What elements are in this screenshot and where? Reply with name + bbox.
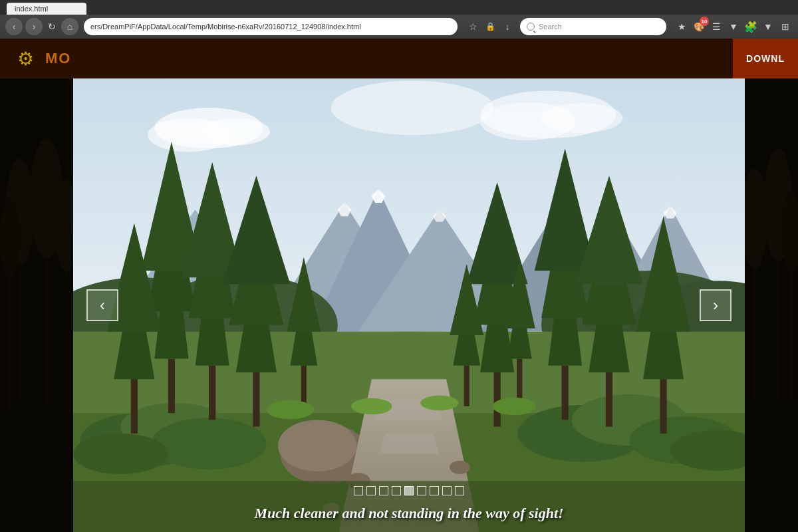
right-toolbar-icons: ★ 🎨 10 ☰ ▼ 🧩 ▼ ⊞: [674, 19, 793, 34]
dot-9[interactable]: [455, 486, 464, 495]
star-icon[interactable]: ★: [674, 19, 689, 34]
extensions-icon[interactable]: 🎨 10: [692, 19, 706, 34]
search-icon: [527, 23, 535, 31]
browser-chrome: index.html ‹ › ↻ ⌂ ers/DreamPiF/AppData/…: [0, 0, 798, 39]
slider-prev-button[interactable]: ‹: [86, 289, 118, 321]
svg-rect-59: [168, 359, 175, 414]
svg-rect-94: [517, 359, 522, 400]
svg-rect-8: [8, 279, 11, 412]
side-panel-right: [738, 78, 798, 532]
slider-main: ‹ › Muc: [73, 78, 745, 532]
search-placeholder: Search: [539, 23, 562, 31]
grid-icon[interactable]: ⊞: [778, 19, 793, 34]
svg-point-23: [541, 103, 622, 133]
svg-rect-4: [45, 259, 49, 406]
dot-2[interactable]: [366, 486, 376, 495]
svg-point-96: [450, 461, 470, 474]
svg-point-98: [351, 398, 392, 414]
slider-dots: [354, 486, 464, 495]
slider-next-button[interactable]: ›: [700, 289, 732, 321]
app-logo-text: MO: [45, 50, 71, 67]
dot-6[interactable]: [417, 486, 426, 495]
address-text: ers/DreamPiF/AppData/Local/Temp/Mobirise…: [90, 23, 361, 31]
svg-rect-14: [753, 269, 757, 402]
dot-7[interactable]: [430, 486, 439, 495]
bookmark-star-icon[interactable]: ☆: [466, 19, 480, 34]
prev-icon: ‹: [100, 296, 105, 315]
tab-label: index.html: [15, 5, 48, 13]
browser-tabs: index.html: [0, 0, 798, 15]
svg-point-44: [278, 420, 356, 471]
browser-tab[interactable]: index.html: [7, 3, 86, 15]
refresh-button[interactable]: ↻: [45, 21, 59, 32]
svg-point-24: [331, 80, 494, 135]
app-container: ⚙ MO DOWNL: [0, 39, 798, 532]
dot-1[interactable]: [354, 486, 363, 495]
slider-wrapper: ‹ › Muc: [0, 78, 798, 532]
svg-rect-78: [606, 372, 612, 427]
svg-rect-10: [738, 78, 798, 532]
svg-rect-85: [494, 372, 501, 427]
side-panel-left: [0, 78, 80, 532]
svg-rect-88: [301, 366, 307, 406]
svg-rect-2: [18, 265, 22, 399]
next-icon: ›: [713, 296, 718, 315]
browser-toolbar: ‹ › ↻ ⌂ ers/DreamPiF/AppData/Local/Temp/…: [0, 15, 798, 39]
svg-rect-63: [209, 366, 215, 420]
badge-count: 10: [700, 17, 709, 26]
caption-text: Much cleaner and not standing in the way…: [254, 505, 563, 521]
svg-rect-12: [776, 262, 780, 402]
menu-icon[interactable]: ☰: [709, 19, 724, 34]
toolbar-icons: ☆ 🔒 ↓: [466, 19, 515, 34]
svg-rect-70: [131, 379, 138, 434]
download-icon[interactable]: ↓: [500, 19, 515, 34]
dot-3[interactable]: [379, 486, 388, 495]
slider-caption: Much cleaner and not standing in the way…: [73, 501, 745, 525]
forward-button[interactable]: ›: [25, 18, 43, 35]
back-button[interactable]: ‹: [5, 18, 23, 35]
extra-icon-2[interactable]: ▼: [761, 19, 775, 34]
app-logo-icon: ⚙: [13, 47, 37, 70]
svg-marker-55: [378, 434, 440, 454]
svg-rect-91: [464, 366, 469, 406]
svg-rect-67: [253, 372, 259, 427]
slider-image: ‹ › Muc: [73, 78, 745, 532]
search-bar[interactable]: Search: [520, 18, 666, 35]
download-button[interactable]: DOWNL: [733, 39, 798, 78]
svg-rect-81: [660, 379, 666, 434]
svg-point-99: [420, 396, 458, 410]
dot-4[interactable]: [392, 486, 401, 495]
svg-point-20: [202, 118, 270, 145]
svg-point-100: [267, 400, 314, 420]
puzzle-icon[interactable]: 🧩: [743, 19, 758, 34]
svg-rect-16: [789, 272, 793, 399]
svg-point-7: [0, 199, 20, 279]
app-header: ⚙ MO DOWNL: [0, 39, 798, 78]
extra-icon-1[interactable]: ▼: [726, 19, 741, 34]
home-button[interactable]: ⌂: [61, 18, 78, 35]
dot-5[interactable]: [404, 486, 414, 495]
lock-icon[interactable]: 🔒: [483, 19, 497, 34]
svg-point-13: [741, 168, 768, 268]
svg-point-47: [151, 418, 266, 469]
svg-point-101: [492, 398, 535, 416]
address-bar[interactable]: ers/DreamPiF/AppData/Local/Temp/Mobirise…: [84, 18, 458, 35]
dot-8[interactable]: [442, 486, 452, 495]
svg-rect-74: [562, 366, 569, 420]
svg-point-48: [73, 434, 168, 474]
